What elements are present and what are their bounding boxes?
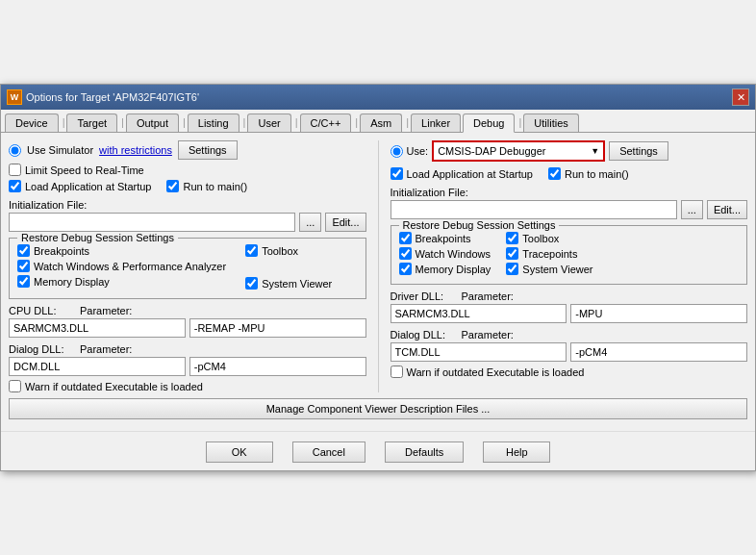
watch-windows-right-checkbox[interactable] bbox=[399, 247, 412, 260]
warn-left-checkbox[interactable] bbox=[9, 380, 21, 392]
use-debugger-row: Use: CMSIS-DAP Debugger ▼ Settings bbox=[391, 140, 748, 162]
driver-dll-section: Driver DLL: Parameter: bbox=[391, 290, 748, 323]
tab-target[interactable]: Target bbox=[66, 114, 117, 132]
init-file-right-label: Initialization File: bbox=[391, 187, 748, 198]
tab-debug[interactable]: Debug bbox=[463, 114, 515, 133]
toolbox-left-label: Toolbox bbox=[262, 245, 298, 257]
breakpoints-right-checkbox[interactable] bbox=[399, 232, 412, 244]
title-bar: W Options for Target 'APM32F407IGT6' ✕ bbox=[1, 85, 755, 110]
init-file-left-input[interactable] bbox=[9, 213, 295, 232]
init-edit-left-button[interactable]: Edit... bbox=[325, 213, 365, 232]
load-app-right-label: Load Application at Startup bbox=[407, 168, 533, 180]
warn-right-row: Warn if outdated Executable is loaded bbox=[391, 366, 748, 378]
help-button[interactable]: Help bbox=[483, 441, 550, 463]
breakpoints-left-row: Breakpoints bbox=[17, 244, 226, 257]
simulator-settings-button[interactable]: Settings bbox=[178, 140, 238, 160]
toolbox-right-row: Toolbox bbox=[506, 232, 592, 244]
simulator-row: Use Simulator with restrictions Settings bbox=[9, 140, 366, 160]
close-button[interactable]: ✕ bbox=[732, 88, 749, 106]
tracepoints-right-label: Tracepoints bbox=[522, 248, 577, 260]
tab-linker[interactable]: Linker bbox=[411, 114, 461, 132]
restore-session-right-title: Restore Debug Session Settings bbox=[399, 219, 560, 231]
memory-display-left-row: Memory Display bbox=[17, 275, 226, 288]
tab-device[interactable]: Device bbox=[5, 114, 59, 132]
warn-right-checkbox[interactable] bbox=[391, 366, 403, 378]
restore-session-right-group: Restore Debug Session Settings Breakpoin… bbox=[391, 225, 748, 285]
tab-user[interactable]: User bbox=[247, 114, 290, 132]
toolbox-right-checkbox[interactable] bbox=[506, 232, 518, 244]
tab-utilities[interactable]: Utilities bbox=[523, 114, 578, 132]
dialog-dll-left-label-row: Dialog DLL: Parameter: bbox=[9, 343, 366, 355]
init-file-right-input[interactable] bbox=[391, 200, 677, 219]
init-browse-left-button[interactable]: ... bbox=[299, 213, 321, 232]
tab-asm[interactable]: Asm bbox=[360, 114, 402, 132]
run-to-main-right-checkbox[interactable] bbox=[548, 167, 561, 180]
driver-dll-param-label: Parameter: bbox=[462, 290, 529, 302]
watch-windows-right-row: Watch Windows bbox=[399, 247, 491, 260]
limit-speed-label: Limit Speed to Real-Time bbox=[25, 164, 144, 176]
system-viewer-left-checkbox[interactable] bbox=[245, 277, 258, 290]
dialog-dll-left-param-input[interactable] bbox=[189, 357, 366, 376]
tab-cpp[interactable]: C/C++ bbox=[300, 114, 352, 132]
tab-bar: Device | Target | Output | Listing | Use… bbox=[1, 110, 755, 133]
tracepoints-right-checkbox[interactable] bbox=[506, 247, 518, 260]
load-app-left-checkbox[interactable] bbox=[9, 180, 21, 192]
dropdown-arrow-icon: ▼ bbox=[591, 146, 599, 156]
memory-display-left-label: Memory Display bbox=[34, 276, 110, 288]
system-viewer-right-row: System Viewer bbox=[506, 263, 592, 275]
use-debugger-radio[interactable] bbox=[391, 145, 403, 158]
restore-session-left-group: Restore Debug Session Settings Breakpoin… bbox=[9, 238, 366, 299]
driver-dll-input[interactable] bbox=[391, 304, 567, 323]
toolbox-left-checkbox[interactable] bbox=[245, 244, 258, 257]
cpu-dll-param-input[interactable] bbox=[189, 318, 366, 338]
init-file-left-label: Initialization File: bbox=[9, 199, 366, 211]
load-app-right-checkbox[interactable] bbox=[391, 167, 403, 180]
dialog-dll-right-param-input[interactable] bbox=[570, 342, 747, 362]
memory-display-right-checkbox[interactable] bbox=[399, 263, 412, 275]
dialog-dll-left-section: Dialog DLL: Parameter: bbox=[9, 343, 366, 376]
run-to-main-right-label: Run to main() bbox=[565, 168, 629, 180]
init-browse-right-button[interactable]: ... bbox=[681, 200, 703, 219]
cpu-dll-value-row bbox=[9, 318, 366, 338]
tab-listing[interactable]: Listing bbox=[188, 114, 239, 132]
dialog-dll-right-label-row: Dialog DLL: Parameter: bbox=[391, 329, 748, 341]
memory-display-right-label: Memory Display bbox=[416, 264, 491, 275]
tab-output[interactable]: Output bbox=[126, 114, 179, 132]
content-area: Use Simulator with restrictions Settings… bbox=[1, 133, 755, 427]
init-file-right-row: ... Edit... bbox=[391, 200, 748, 219]
breakpoints-left-checkbox[interactable] bbox=[17, 244, 30, 257]
defaults-button[interactable]: Defaults bbox=[385, 441, 464, 463]
debugger-dropdown-value: CMSIS-DAP Debugger bbox=[438, 145, 545, 157]
manage-component-button[interactable]: Manage Component Viewer Description File… bbox=[9, 398, 747, 419]
run-to-main-left-checkbox[interactable] bbox=[166, 180, 179, 192]
dialog-dll-left-param-label: Parameter: bbox=[80, 343, 147, 355]
dialog-dll-left-input[interactable] bbox=[9, 357, 186, 376]
system-viewer-right-label: System Viewer bbox=[522, 264, 592, 275]
use-label: Use: bbox=[407, 145, 429, 157]
debugger-settings-button[interactable]: Settings bbox=[609, 141, 668, 161]
cpu-dll-input[interactable] bbox=[9, 318, 186, 338]
memory-display-right-row: Memory Display bbox=[399, 263, 491, 275]
toolbox-left-row: Toolbox bbox=[245, 244, 332, 257]
breakpoints-left-label: Breakpoints bbox=[34, 245, 89, 257]
cancel-button[interactable]: Cancel bbox=[292, 441, 365, 463]
system-viewer-right-checkbox[interactable] bbox=[506, 263, 518, 275]
ok-button[interactable]: OK bbox=[206, 441, 273, 463]
watch-windows-left-label: Watch Windows & Performance Analyzer bbox=[34, 261, 226, 272]
dialog-dll-left-label: Dialog DLL: bbox=[9, 343, 76, 355]
driver-dll-label-row: Driver DLL: Parameter: bbox=[391, 290, 748, 302]
app-icon: W bbox=[7, 89, 22, 105]
debugger-dropdown[interactable]: CMSIS-DAP Debugger ▼ bbox=[432, 140, 605, 162]
driver-dll-param-input[interactable] bbox=[570, 304, 747, 323]
use-simulator-radio[interactable] bbox=[9, 144, 21, 157]
dialog-dll-right-value-row bbox=[391, 342, 748, 362]
memory-display-left-checkbox[interactable] bbox=[17, 275, 30, 288]
watch-windows-left-checkbox[interactable] bbox=[17, 260, 30, 272]
init-edit-right-button[interactable]: Edit... bbox=[707, 200, 747, 219]
dialog-dll-right-section: Dialog DLL: Parameter: bbox=[391, 329, 748, 362]
with-restrictions-link[interactable]: with restrictions bbox=[99, 144, 172, 156]
limit-speed-checkbox[interactable] bbox=[9, 164, 21, 176]
init-file-left-row: ... Edit... bbox=[9, 213, 366, 232]
dialog-dll-right-input[interactable] bbox=[391, 342, 567, 362]
tracepoints-right-row: Tracepoints bbox=[506, 247, 592, 260]
